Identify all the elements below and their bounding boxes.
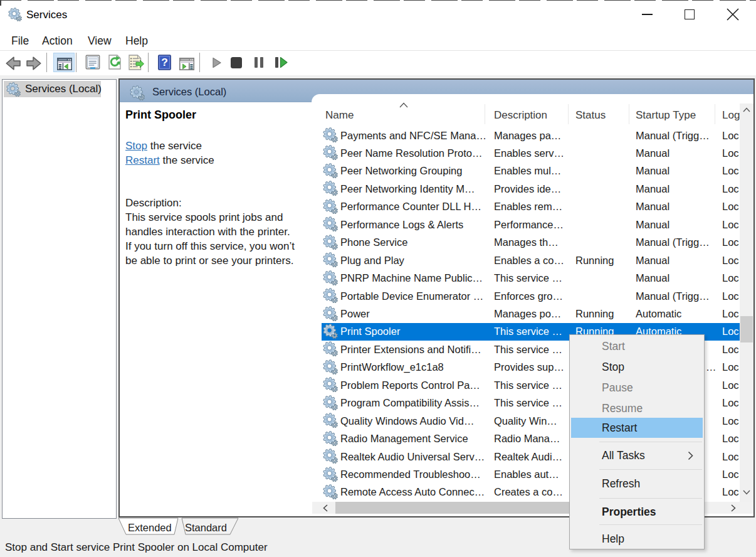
svg-text:?: ? xyxy=(161,56,168,68)
